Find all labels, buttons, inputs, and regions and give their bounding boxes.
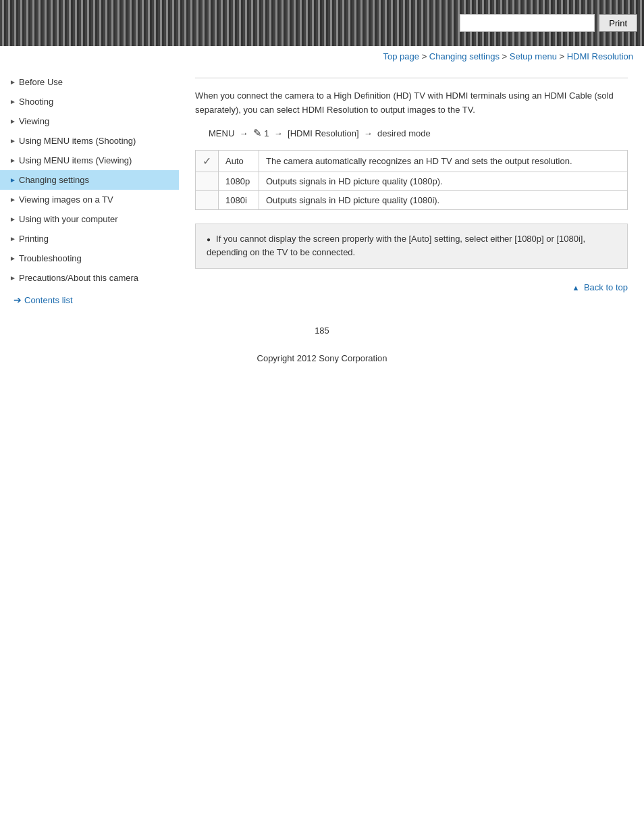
sidebar-item-changing-settings[interactable]: ► Changing settings <box>0 170 179 190</box>
content-area: When you connect the camera to a High De… <box>179 66 644 319</box>
arrow-icon: ► <box>9 137 16 145</box>
table-cell-desc: Outputs signals in HD picture quality (1… <box>259 172 628 190</box>
breadcrumb-hdmi-resolution[interactable]: HDMI Resolution <box>567 51 633 61</box>
arrow-icon: ► <box>9 235 16 242</box>
search-input[interactable] <box>460 14 595 32</box>
content-intro: When you connect the camera to a High De… <box>195 89 628 118</box>
menu-path: MENU → ✎ 1 → [HDMI Resolution] → desired… <box>195 127 628 139</box>
arrow-icon: ► <box>9 98 16 105</box>
table-cell-icon: ✓ <box>196 150 219 172</box>
note-icon: ✓ <box>203 155 211 167</box>
main-layout: ► Before Use ► Shooting ► Viewing ► Usin… <box>0 66 644 319</box>
table-row: 1080i Outputs signals in HD picture qual… <box>196 190 628 209</box>
back-to-top: ▲ Back to top <box>195 282 628 292</box>
footer: Copyright 2012 Sony Corporation <box>0 342 644 384</box>
arrow-icon: ► <box>9 215 16 223</box>
arrow-icon: ► <box>9 255 16 262</box>
arrow-icon: ► <box>9 274 16 282</box>
arrow-icon: ► <box>9 78 16 86</box>
note-box: If you cannot display the screen properl… <box>195 224 628 269</box>
breadcrumb-setup-menu[interactable]: Setup menu <box>510 51 557 61</box>
contents-list-link[interactable]: ➔ Contents list <box>0 288 179 312</box>
note-item: If you cannot display the screen properl… <box>207 232 616 261</box>
table-cell-desc: Outputs signals in HD picture quality (1… <box>259 190 628 209</box>
table-row: ✓ Auto The camera automatically recogniz… <box>196 150 628 172</box>
table-row: 1080p Outputs signals in HD picture qual… <box>196 172 628 190</box>
breadcrumb-top[interactable]: Top page <box>383 51 420 61</box>
breadcrumb-changing-settings[interactable]: Changing settings <box>429 51 500 61</box>
table-cell-icon <box>196 190 219 209</box>
settings-table: ✓ Auto The camera automatically recogniz… <box>195 150 628 210</box>
arrow-icon: ► <box>9 157 16 164</box>
sidebar-item-menu-viewing[interactable]: ► Using MENU items (Viewing) <box>0 151 179 170</box>
table-cell-mode: 1080p <box>219 172 259 190</box>
sidebar-item-viewing[interactable]: ► Viewing <box>0 111 179 131</box>
sidebar-item-troubleshooting[interactable]: ► Troubleshooting <box>0 249 179 268</box>
sidebar-item-viewing-tv[interactable]: ► Viewing images on a TV <box>0 190 179 209</box>
breadcrumb: Top page > Changing settings > Setup men… <box>0 46 644 66</box>
sidebar-item-using-computer[interactable]: ► Using with your computer <box>0 209 179 229</box>
back-to-top-link[interactable]: ▲ Back to top <box>572 282 628 292</box>
table-cell-mode: Auto <box>219 150 259 172</box>
header: Print <box>0 0 644 46</box>
arrow-icon: ► <box>9 176 16 184</box>
divider <box>195 78 628 78</box>
sidebar-item-menu-shooting[interactable]: ► Using MENU items (Shooting) <box>0 131 179 151</box>
triangle-icon: ▲ <box>572 284 579 292</box>
arrow-icon: ► <box>9 196 16 203</box>
table-cell-icon <box>196 172 219 190</box>
sidebar-item-before-use[interactable]: ► Before Use <box>0 72 179 92</box>
arrow-right-icon: ➔ <box>14 294 22 305</box>
page-number: 185 <box>0 319 644 342</box>
arrow-icon: ► <box>9 118 16 125</box>
sidebar-item-shooting[interactable]: ► Shooting <box>0 92 179 111</box>
print-button[interactable]: Print <box>599 14 637 32</box>
table-cell-desc: The camera automatically recognizes an H… <box>259 150 628 172</box>
sidebar-item-precautions[interactable]: ► Precautions/About this camera <box>0 268 179 288</box>
sidebar: ► Before Use ► Shooting ► Viewing ► Usin… <box>0 66 179 319</box>
table-cell-mode: 1080i <box>219 190 259 209</box>
sidebar-item-printing[interactable]: ► Printing <box>0 229 179 249</box>
